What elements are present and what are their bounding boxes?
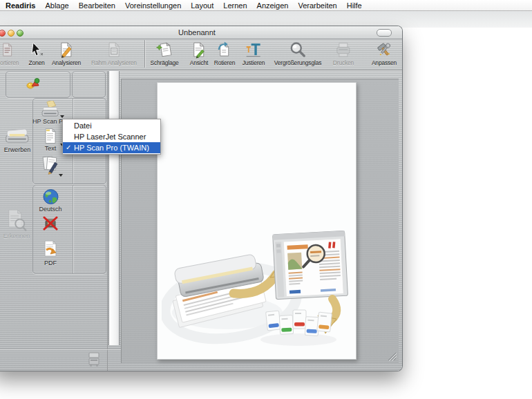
- scan-workflow-illustration: [162, 201, 354, 356]
- checkmark-icon: ✓: [66, 142, 71, 153]
- scan-source-icon: [41, 101, 59, 117]
- menu-bar: Readiris Ablage Bearbeiten Voreinstellun…: [0, 0, 532, 11]
- globe-icon: [42, 188, 59, 205]
- toolbar-label: Sortieren: [0, 59, 19, 66]
- output-format-button[interactable]: PDF: [43, 240, 58, 266]
- scanner-source-menu: Datei HP LaserJet Scanner ✓ HP Scan Pro …: [62, 119, 161, 155]
- learn-button[interactable]: [41, 153, 59, 175]
- status-scanner-icon: [88, 351, 100, 370]
- printer-icon: [334, 41, 352, 59]
- scanner-icon: [5, 125, 30, 146]
- dropdown-arrow-icon: [60, 115, 64, 118]
- menu-ablage[interactable]: Ablage: [45, 1, 68, 10]
- readiris-window: Unbenannt Sortieren Zonen: [0, 26, 402, 371]
- menu-item-hp-scan-pro-twain[interactable]: ✓ HP Scan Pro (TWAIN): [63, 142, 160, 153]
- toolbar-schraeglage-button[interactable]: Schräglage: [150, 41, 178, 66]
- menu-item-label: HP LaserJet Scanner: [74, 133, 146, 141]
- toolbar-analysieren-button[interactable]: Analysieren: [52, 41, 81, 66]
- desktop-background: [0, 11, 532, 28]
- document-page: [157, 82, 357, 360]
- format-label: Text: [45, 145, 57, 152]
- toolbar-label: Rahm Analysieren: [91, 59, 137, 66]
- output-format-label: PDF: [44, 260, 57, 266]
- analyze-page-icon: [57, 41, 75, 59]
- deskew-icon: [155, 41, 173, 59]
- pdf-document-icon: [43, 240, 58, 259]
- toolbar-rotieren-button[interactable]: Rotieren: [214, 41, 236, 66]
- title-bar[interactable]: Unbenannt: [0, 26, 402, 39]
- toolbar-toggle-button[interactable]: [377, 29, 392, 37]
- menu-item-hp-laserjet-scanner[interactable]: HP LaserJet Scanner: [63, 131, 160, 142]
- language-label: Deutsch: [39, 206, 61, 213]
- toolbar-separator: [144, 40, 145, 68]
- toolbar-label: Zonen: [28, 59, 44, 66]
- menu-item-label: HP Scan Pro (TWAIN): [74, 144, 149, 152]
- menu-readiris[interactable]: Readiris: [6, 1, 35, 10]
- toolbar-label: Rotieren: [214, 59, 236, 66]
- toolbar-drucken-button[interactable]: Drucken: [333, 41, 354, 66]
- acquire-label: Erwerben: [4, 146, 31, 153]
- toolbar-label: Vergrößerungsglas: [274, 59, 321, 66]
- toolbar-vergroesserungsglas-button[interactable]: Vergrößerungsglas: [274, 41, 321, 66]
- menu-hilfe[interactable]: Hilfe: [347, 1, 362, 10]
- empty-group-box: [72, 71, 106, 98]
- resize-grip[interactable]: [386, 350, 397, 361]
- recognize-label: Erkennen: [3, 233, 30, 240]
- pen-documents-icon: [41, 153, 59, 175]
- menu-item-label: Datei: [74, 121, 92, 130]
- toolbar-label: Analysieren: [52, 59, 81, 66]
- toolbar-anpassen-button[interactable]: Anpassen: [372, 41, 397, 66]
- toolbar-zonen-button[interactable]: Zonen: [28, 41, 46, 66]
- dropdown-arrow-icon: [59, 174, 63, 177]
- document-viewport: [121, 79, 399, 363]
- customize-icon: [375, 41, 393, 59]
- panel-divider: [107, 71, 108, 371]
- menu-anzeigen[interactable]: Anzeigen: [257, 1, 289, 10]
- recognize-button[interactable]: Erkennen: [3, 208, 30, 240]
- wizard-button[interactable]: [26, 77, 41, 90]
- red-cross-icon: [43, 216, 58, 231]
- align-text-icon: [245, 41, 263, 59]
- rotate-page-icon: [216, 41, 234, 59]
- toolbar-ansicht-button[interactable]: Ansicht: [190, 41, 208, 66]
- toolbar-sortieren-button[interactable]: Sortieren: [0, 41, 19, 66]
- toolbar-rahm-analysieren-button[interactable]: Rahm Analysieren: [91, 41, 137, 66]
- menu-lernen[interactable]: Lernen: [223, 1, 247, 10]
- toolbar: Sortieren Zonen Analysieren: [0, 39, 402, 70]
- toolbar-label: Ansicht: [190, 59, 208, 66]
- magnifier-icon: [289, 41, 307, 59]
- analyze-frame-icon: [105, 41, 123, 59]
- status-divider: [0, 349, 121, 349]
- view-page-icon: [190, 41, 208, 59]
- language-button[interactable]: Deutsch: [39, 188, 61, 213]
- toolbar-label: Drucken: [333, 59, 354, 66]
- recognize-icon: [6, 208, 27, 232]
- format-button[interactable]: Text: [44, 128, 57, 152]
- menu-layout[interactable]: Layout: [191, 1, 213, 10]
- toolbar-justieren-button[interactable]: Justieren: [243, 41, 265, 66]
- window-title: Unbenannt: [0, 28, 402, 37]
- zones-cursor-icon: [28, 41, 46, 59]
- toolbar-label: Schräglage: [150, 59, 178, 66]
- menu-bearbeiten[interactable]: Bearbeiten: [79, 1, 115, 10]
- sort-pages-icon: [0, 41, 17, 59]
- panel-scrollbar[interactable]: [108, 71, 120, 345]
- toolbar-label: Justieren: [243, 59, 265, 66]
- text-document-icon: [44, 128, 57, 144]
- toolbar-label: Anpassen: [372, 59, 397, 66]
- menu-voreinstellungen[interactable]: Voreinstellungen: [125, 1, 181, 10]
- exclude-option-button[interactable]: [43, 216, 58, 231]
- menu-verarbeiten[interactable]: Verarbeiten: [298, 1, 336, 10]
- acquire-button[interactable]: Erwerben: [4, 125, 31, 153]
- box-divider: [73, 186, 73, 273]
- menu-item-datei[interactable]: Datei: [63, 120, 160, 131]
- wizard-icon: [26, 77, 41, 90]
- screen: Readiris Ablage Bearbeiten Voreinstellun…: [0, 0, 532, 399]
